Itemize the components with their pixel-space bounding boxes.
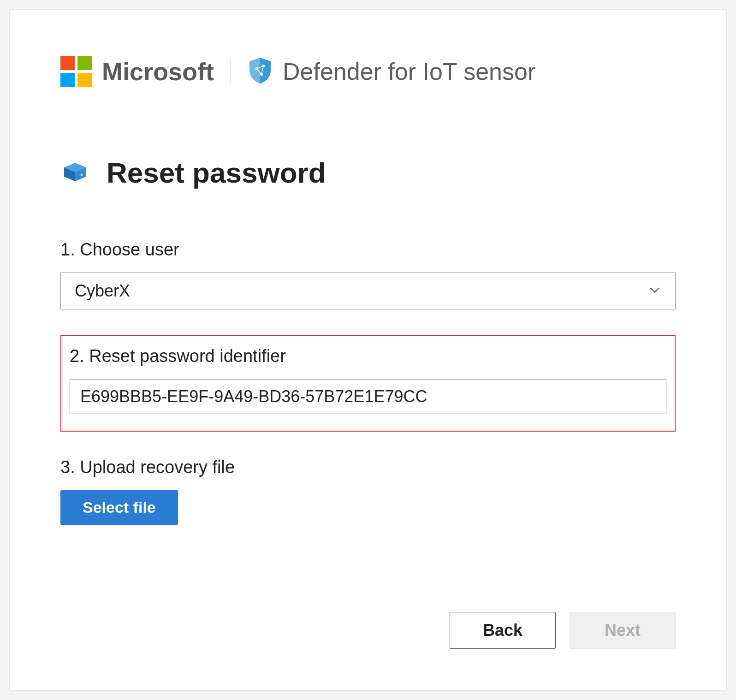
svg-rect-3 (77, 73, 92, 87)
page-title-row: Reset password (60, 156, 676, 189)
step-3-section: 3. Upload recovery file Select file (60, 457, 676, 525)
step-1-label: 1. Choose user (60, 240, 676, 260)
step-1-section: 1. Choose user CyberX (60, 240, 676, 309)
step-2-highlight: 2. Reset password identifier (60, 335, 676, 432)
microsoft-logo-icon (60, 56, 92, 87)
svg-rect-1 (77, 56, 92, 70)
step-2-label: 2. Reset password identifier (70, 346, 666, 366)
sensor-box-icon (60, 161, 90, 185)
brand-divider (231, 58, 231, 85)
svg-point-13 (81, 173, 83, 176)
brand-header: Microsoft Defender for IoT sensor (60, 56, 676, 87)
shield-icon (248, 57, 273, 86)
svg-rect-0 (60, 56, 75, 70)
brand-company-text: Microsoft (102, 57, 214, 86)
next-button[interactable]: Next (570, 612, 676, 649)
user-select[interactable]: CyberX (60, 273, 676, 309)
step-3-label: 3. Upload recovery file (60, 457, 676, 477)
footer-buttons: Back Next (450, 612, 676, 649)
chevron-down-icon (648, 281, 661, 301)
page-title: Reset password (107, 156, 326, 189)
select-file-button[interactable]: Select file (60, 490, 178, 525)
back-button[interactable]: Back (450, 612, 556, 649)
user-select-value: CyberX (75, 281, 130, 301)
product-name-text: Defender for IoT sensor (283, 58, 535, 85)
reset-identifier-input[interactable] (70, 379, 666, 414)
reset-password-card: Microsoft Defender for IoT sensor (9, 9, 727, 691)
svg-rect-2 (60, 73, 75, 87)
product-brand: Defender for IoT sensor (248, 57, 535, 86)
